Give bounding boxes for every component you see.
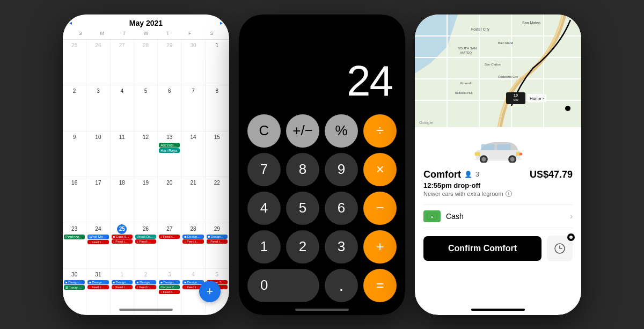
button-6[interactable]: 6 [325, 192, 358, 225]
button-clear[interactable]: C [247, 114, 281, 148]
svg-rect-29 [497, 144, 510, 150]
svg-text:San Mateo: San Mateo [522, 21, 540, 25]
table-row[interactable]: 26 Vesak Da... ↓ Feed t... [134, 223, 158, 269]
table-row[interactable]: 28 [134, 40, 158, 86]
home-indicator [119, 309, 173, 311]
button-negate[interactable]: +/− [286, 114, 319, 148]
calculator-buttons: C +/− % ÷ 7 8 9 × 4 5 [239, 114, 405, 315]
table-row[interactable]: 21 [181, 177, 205, 223]
table-row[interactable]: 8 [206, 85, 229, 131]
confirm-button[interactable]: Confirm Comfort [423, 236, 541, 261]
table-row[interactable]: 23 Penteco... [63, 223, 86, 269]
svg-text:MIN: MIN [513, 98, 518, 101]
info-icon: i [506, 191, 512, 197]
table-row[interactable]: 30 ■ Design... ☰ Trinity S... [63, 269, 86, 315]
table-row[interactable]: 15 [206, 131, 229, 178]
home-bar [471, 309, 525, 311]
svg-text:Bair Island: Bair Island [498, 41, 513, 45]
button-9[interactable]: 9 [325, 153, 358, 186]
cash-icon: $ [423, 210, 441, 222]
table-row[interactable]: 22 [206, 177, 229, 223]
calc-row-1: C +/− % ÷ [245, 114, 399, 148]
svg-point-31 [481, 157, 486, 161]
add-event-button[interactable]: + [199, 281, 221, 302]
svg-text:10: 10 [514, 93, 518, 97]
table-row[interactable]: 2 [63, 85, 86, 131]
day-mon: M [91, 30, 113, 37]
chevron-right-icon: › [570, 211, 573, 221]
button-3[interactable]: 3 [325, 230, 358, 264]
button-divide[interactable]: ÷ [363, 114, 397, 148]
button-4[interactable]: 4 [247, 192, 281, 225]
button-0[interactable]: 0 [247, 269, 319, 302]
table-row[interactable]: 31 ■ Design... ↓ Feed t... [86, 269, 110, 315]
table-row[interactable]: 9 [63, 131, 86, 178]
table-row[interactable]: 29 ■ Design... ↓ Feed t... [206, 223, 229, 269]
calculator-display: 24 [239, 14, 405, 114]
table-row[interactable]: 5 [134, 85, 158, 131]
svg-text:MATEO: MATEO [460, 51, 472, 54]
table-row[interactable]: 16 [63, 177, 86, 223]
table-row[interactable]: 26 [86, 40, 110, 86]
button-2[interactable]: 2 [286, 230, 319, 264]
next-month-btn[interactable]: ▸ [220, 20, 223, 26]
prev-month-btn[interactable]: ◂ [69, 20, 72, 26]
phone-calendar: ◂ May 2021 ▸ S M T W T F S [63, 14, 229, 315]
table-row[interactable]: 19 [134, 177, 158, 223]
table-row[interactable]: 3 [86, 85, 110, 131]
calc-row-4: 1 2 3 + [245, 230, 399, 264]
table-row[interactable]: 14 [181, 131, 205, 178]
day-sun: S [69, 30, 91, 37]
confirm-row: Confirm Comfort [423, 236, 573, 261]
svg-rect-28 [481, 144, 494, 150]
table-row[interactable]: 17 [86, 177, 110, 223]
table-row[interactable]: 25 ■ Cook S... ↓ Feed t... [111, 223, 134, 269]
uber-map: 10 MIN Home › San Mateo Foster City SOUT… [415, 14, 581, 127]
table-row[interactable]: 20 [158, 177, 181, 223]
payment-section[interactable]: $ Cash › [423, 204, 573, 228]
car-icon [471, 136, 525, 163]
table-row[interactable]: 4 [111, 85, 134, 131]
table-row[interactable]: 12 [134, 131, 158, 178]
button-dot[interactable]: . [325, 269, 358, 302]
svg-point-33 [510, 157, 515, 161]
button-subtract[interactable]: − [363, 192, 397, 225]
table-row[interactable]: 27 [111, 40, 134, 86]
table-row[interactable]: 18 [111, 177, 134, 223]
calendar-grid: 25 26 27 28 29 30 1 2 3 4 5 6 7 8 9 [63, 40, 229, 315]
uber-home-indicator [415, 304, 581, 315]
calc-row-2: 7 8 9 × [245, 153, 399, 186]
ride-description: Newer cars with extra legroom i [423, 191, 573, 197]
button-multiply[interactable]: × [363, 153, 397, 186]
button-8[interactable]: 8 [286, 153, 319, 186]
passenger-count: 3 [475, 171, 479, 178]
button-7[interactable]: 7 [247, 153, 281, 186]
button-1[interactable]: 1 [247, 230, 281, 264]
button-equals[interactable]: = [363, 269, 397, 302]
day-fri: F [179, 30, 201, 37]
calendar-header: ◂ May 2021 ▸ S M T W T F S [63, 14, 229, 40]
svg-point-25 [565, 106, 570, 111]
table-row[interactable]: 30 [181, 40, 205, 86]
table-row[interactable]: 27 ↓ Feed t... [158, 223, 181, 269]
button-5[interactable]: 5 [286, 192, 319, 225]
table-row[interactable]: 29 [158, 40, 181, 86]
day-tue: T [113, 30, 135, 37]
day-sat: S [201, 30, 223, 37]
table-row[interactable]: 7 [181, 85, 205, 131]
table-row[interactable]: 28 ■ Design... ↓ Feed t... [181, 223, 205, 269]
schedule-button[interactable] [547, 236, 573, 261]
table-row[interactable]: 13 Ascensio... Hari Raya [158, 131, 181, 178]
svg-rect-34 [475, 152, 480, 156]
map-svg: 10 MIN Home › San Mateo Foster City SOUT… [415, 14, 581, 127]
button-percent[interactable]: % [325, 114, 358, 148]
table-row[interactable]: 6 [158, 85, 181, 131]
table-row[interactable]: 11 [111, 131, 134, 178]
table-row[interactable]: 1 [206, 40, 229, 86]
uber-content: Comfort 👤 3 US$47.79 12:55pm drop-off Ne… [415, 127, 581, 304]
ride-name: Comfort [423, 169, 461, 180]
table-row[interactable]: 24 Whit Mo... ↓ Feed t... [86, 223, 110, 269]
table-row[interactable]: 10 [86, 131, 110, 178]
button-add[interactable]: + [363, 230, 397, 264]
table-row[interactable]: 25 [63, 40, 86, 86]
